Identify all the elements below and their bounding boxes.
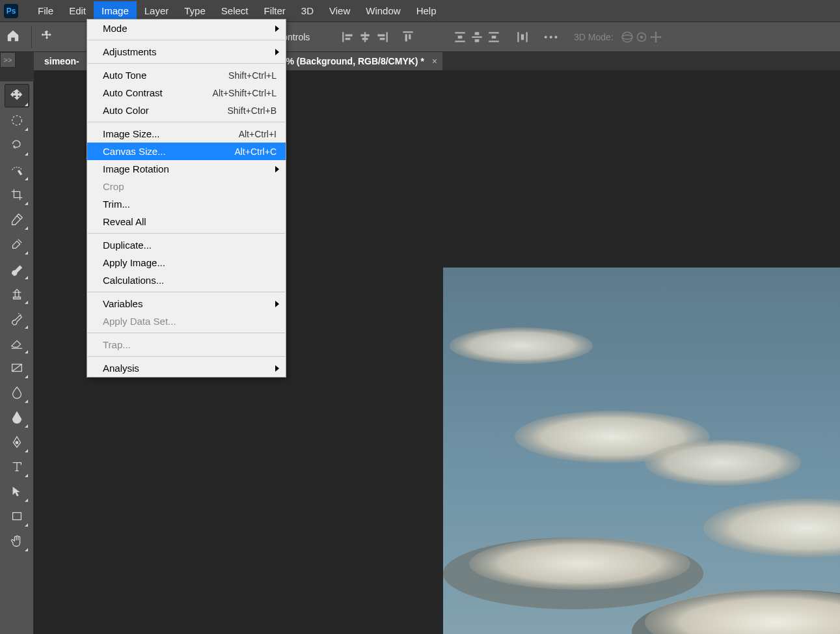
marquee-tool[interactable] [5,109,29,132]
doc-title-right: 5% (Background, RGB/8/CMYK) * [281,56,424,66]
align-left-icon[interactable] [341,30,355,44]
dodge-tool[interactable] [5,406,29,429]
move-tool[interactable] [5,84,29,107]
svg-rect-9 [403,31,413,33]
3d-roll-icon[interactable] [634,30,649,44]
menu-item-canvas-size[interactable]: Canvas Size...Alt+Ctrl+C [87,143,286,160]
divider [31,26,32,48]
menu-separator [88,122,285,122]
menu-item-image[interactable]: Image [94,1,137,20]
menu-item-duplicate[interactable]: Duplicate... [87,236,286,254]
app-logo: Ps [4,4,18,18]
menu-item-auto-color[interactable]: Auto ColorShift+Ctrl+B [87,102,286,119]
menu-separator [88,63,285,64]
gradient-tool[interactable] [5,356,29,379]
menu-item-adjustments[interactable]: Adjustments [87,43,286,61]
flyout-indicator-icon [25,474,28,477]
dist-vcenter-icon[interactable] [470,30,484,44]
svg-rect-12 [455,32,465,33]
menu-item-apply-image[interactable]: Apply Image... [87,254,286,271]
menu-item-image-size[interactable]: Image Size...Alt+Ctrl+I [87,125,286,143]
submenu-arrow-icon [275,166,279,172]
flyout-indicator-icon [25,128,28,131]
type-tool[interactable] [5,455,29,478]
healing-brush-tool[interactable] [5,232,29,256]
svg-rect-20 [492,35,496,38]
dist-h-icon[interactable] [515,30,530,44]
align-group-2 [453,30,501,44]
dist-top-icon[interactable] [453,30,467,44]
blur-tool[interactable] [5,381,29,404]
menu-item-auto-tone[interactable]: Auto ToneShift+Ctrl+L [87,66,286,84]
flyout-indicator-icon [25,152,28,156]
menu-item-type[interactable]: Type [176,1,213,20]
svg-rect-22 [526,32,528,42]
pen-tool[interactable] [5,430,29,454]
home-button[interactable] [0,29,26,45]
menu-item-layer[interactable]: Layer [137,1,177,20]
svg-point-35 [469,538,690,590]
menu-item-3d[interactable]: 3D [293,1,321,20]
quick-select-tool[interactable] [5,158,29,182]
align-group-1 [341,30,389,44]
flyout-indicator-icon [25,499,28,502]
menu-item-analysis[interactable]: Analysis [87,359,286,377]
menu-item-help[interactable]: Help [409,1,444,20]
brush-tool[interactable] [5,257,29,281]
expand-panels-tab[interactable]: >> [0,52,16,68]
svg-rect-23 [521,34,524,40]
app-logo-text: Ps [7,7,16,16]
flyout-indicator-icon [25,449,28,452]
eraser-tool[interactable] [5,331,29,355]
lasso-tool[interactable] [5,133,29,157]
dist-bottom-icon[interactable] [487,30,501,44]
menu-item-crop: Crop [87,178,286,195]
eyedropper-tool[interactable] [5,208,29,231]
menu-separator [88,292,285,292]
menu-item-filter[interactable]: Filter [256,1,293,20]
move-tool-icon[interactable] [37,29,57,44]
tools-panel [0,81,34,634]
align-hcenter-icon[interactable] [358,30,372,44]
clone-stamp-tool[interactable] [5,282,29,305]
path-select-tool[interactable] [5,480,29,503]
align-top-icon[interactable] [401,30,415,44]
flyout-indicator-icon [25,276,28,279]
svg-rect-5 [362,38,368,40]
menu-item-mode[interactable]: Mode [87,20,286,37]
align-right-icon[interactable] [375,30,389,44]
rectangle-tool[interactable] [5,504,29,528]
3d-pan-icon[interactable] [649,30,663,44]
more-options-icon[interactable]: ••• [544,32,560,42]
svg-rect-21 [518,32,519,42]
svg-point-25 [622,34,632,39]
svg-rect-11 [409,34,411,39]
menu-item-trim[interactable]: Trim... [87,195,286,213]
svg-rect-16 [475,32,480,34]
menu-item-edit[interactable]: Edit [61,1,94,20]
menu-item-auto-contrast[interactable]: Auto ContrastAlt+Shift+Ctrl+L [87,84,286,102]
flyout-indicator-icon [25,350,28,353]
hand-tool[interactable] [5,529,29,553]
menu-item-variables[interactable]: Variables [87,295,286,312]
menu-item-image-rotation[interactable]: Image Rotation [87,160,286,178]
svg-point-29 [450,327,593,364]
close-tab-icon[interactable]: × [432,56,437,66]
flyout-indicator-icon [25,424,28,428]
submenu-arrow-icon [275,365,279,372]
menu-item-view[interactable]: View [321,1,358,20]
3d-orbit-icon[interactable] [620,30,634,44]
menu-items: FileEditImageLayerTypeSelectFilter3DView… [30,1,444,20]
svg-point-41 [16,441,18,444]
menu-item-trap: Trap... [87,336,286,353]
menu-item-select[interactable]: Select [213,1,256,20]
crop-tool[interactable] [5,183,29,206]
svg-rect-42 [12,513,21,520]
menu-item-file[interactable]: File [30,1,61,20]
menu-item-reveal-all[interactable]: Reveal All [87,213,286,230]
submenu-arrow-icon [275,25,279,32]
menu-item-calculations[interactable]: Calculations... [87,271,286,289]
menu-item-window[interactable]: Window [358,1,408,20]
svg-point-31 [645,440,801,486]
history-brush-tool[interactable] [5,307,29,330]
